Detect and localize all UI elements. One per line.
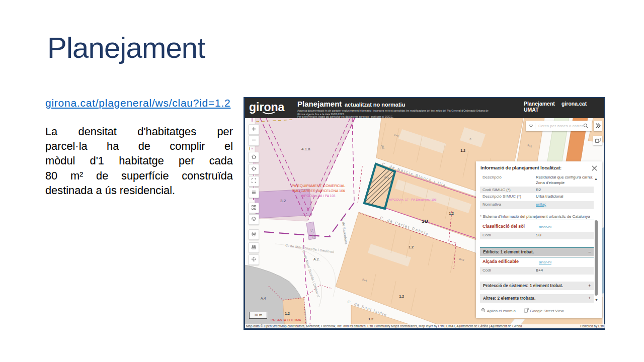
svg-text:1.2: 1.2: [399, 295, 404, 298]
svg-text:4.1.a: 4.1.a: [301, 147, 310, 151]
svg-text:8: 8: [469, 138, 471, 141]
svg-text:3.2: 3.2: [280, 199, 286, 203]
svg-text:1.2: 1.2: [449, 212, 454, 215]
svg-text:PMU CARRER BARCELONA 106: PMU CARRER BARCELONA 106: [292, 189, 345, 193]
svg-text:MPGOU n. 46 / PA 103: MPGOU n. 46 / PA 103: [302, 194, 336, 198]
svg-text:PA SANTA COLOMA: PA SANTA COLOMA: [271, 318, 301, 322]
svg-text:SU: SU: [421, 218, 428, 224]
svg-text:A.2: A.2: [313, 257, 319, 261]
svg-text:1.2: 1.2: [409, 245, 414, 249]
svg-text:1.2: 1.2: [368, 317, 373, 321]
svg-text:1.2: 1.2: [460, 149, 465, 152]
svg-text:MPGOU n. 17 - PA Discontinu 10: MPGOU n. 17 - PA Discontinu 103: [389, 198, 437, 201]
svg-text:A.4: A.4: [261, 297, 266, 300]
svg-text:1.2: 1.2: [285, 312, 290, 315]
svg-text:PA EQUIPAMENT COMERCIAL: PA EQUIPAMENT COMERCIAL: [292, 184, 346, 188]
